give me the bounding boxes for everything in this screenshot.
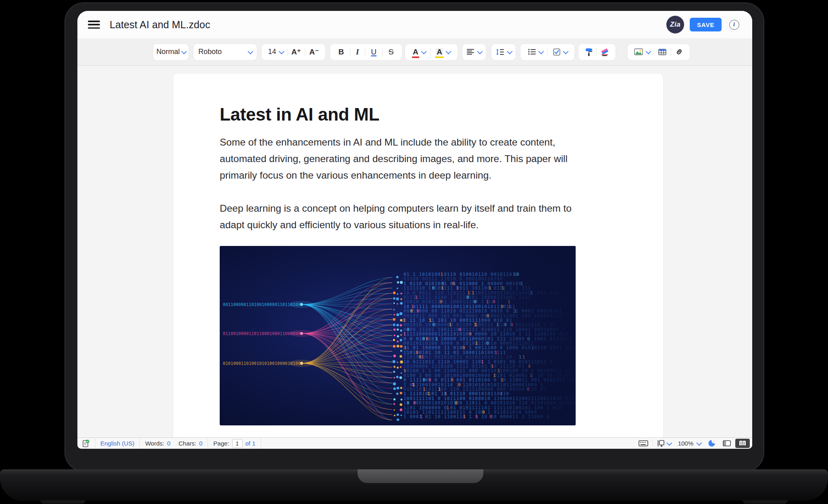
page-number-input[interactable] (232, 439, 243, 448)
insert-table-button[interactable] (656, 44, 669, 60)
font-family-value: Roboto (198, 48, 222, 56)
svg-text:0: 0 (433, 322, 435, 327)
checklist-button[interactable] (551, 44, 570, 60)
fit-page-dropdown[interactable] (654, 438, 674, 449)
bullet-list-icon (528, 49, 536, 55)
font-size-dropdown[interactable]: 14 (266, 44, 285, 60)
svg-text:0: 0 (439, 299, 442, 304)
spellcheck-toggle[interactable] (77, 438, 95, 449)
line-spacing-icon (496, 49, 504, 55)
zoom-control[interactable]: 100% (674, 438, 704, 449)
painter-group (578, 44, 616, 60)
bold-button[interactable]: B (336, 44, 346, 60)
svg-text:0: 0 (429, 377, 431, 382)
document-paragraph[interactable]: Deep learning is a concept on helping co… (220, 200, 607, 233)
keyboard-shortcuts-button[interactable] (635, 438, 652, 449)
svg-text:1: 1 (441, 285, 443, 290)
line-spacing-dropdown[interactable] (491, 44, 516, 60)
svg-text:0: 0 (419, 354, 421, 359)
night-mode-icon (708, 439, 716, 447)
font-color-button[interactable]: A (410, 44, 428, 60)
italic-button[interactable]: I (354, 44, 361, 60)
paragraph-style-dropdown[interactable]: Normal (153, 44, 189, 60)
svg-text:0: 0 (413, 400, 416, 405)
highlight-color-button[interactable]: A (433, 44, 452, 60)
svg-text:0: 0 (462, 345, 465, 350)
document-image-neural-network[interactable]: 0011000001101001000001101101000011001000… (220, 246, 576, 425)
save-button[interactable]: SAVE (690, 18, 722, 31)
chevron-down-icon (421, 48, 426, 54)
document-heading[interactable]: Latest in AI and ML (220, 104, 623, 125)
document-title[interactable]: Latest AI and ML.zdoc (110, 19, 210, 31)
hamburger-menu-icon[interactable] (88, 21, 100, 29)
eraser-icon (600, 48, 609, 56)
reader-view-icon (739, 440, 747, 446)
format-painter-icon (585, 48, 592, 56)
chevron-down-icon (279, 48, 284, 54)
svg-text:1: 1 (423, 387, 425, 392)
align-dropdown[interactable] (462, 44, 486, 60)
document-paragraph[interactable]: Some of the enhancements in AI and ML in… (220, 134, 607, 183)
night-mode-toggle[interactable] (704, 438, 719, 449)
editor-canvas: Latest in AI and ML Some of the enhancem… (77, 66, 752, 437)
svg-text:1: 1 (404, 368, 406, 373)
laptop-foot (743, 500, 788, 504)
chars-value: 0 (199, 440, 202, 447)
words-label: Words: (145, 440, 164, 447)
svg-text:0: 0 (451, 377, 454, 382)
header-actions: Zia SAVE i (666, 16, 741, 33)
svg-text:0: 0 (455, 400, 457, 405)
svg-text:0: 0 (467, 295, 469, 300)
app-header: Latest AI and ML.zdoc Zia SAVE i (77, 11, 752, 38)
underline-button[interactable]: U (368, 44, 379, 60)
laptop-lid-notch (358, 469, 483, 483)
insert-image-button[interactable] (632, 44, 652, 60)
align-left-icon (467, 49, 474, 55)
chevron-down-icon (477, 48, 483, 54)
format-painter-button[interactable] (583, 44, 595, 60)
language-value: English (US) (100, 440, 134, 447)
increase-font-size-button[interactable]: A⁺ (289, 44, 304, 60)
bullet-list-button[interactable] (526, 44, 545, 60)
strikethrough-button[interactable]: S (386, 44, 396, 60)
list-group (520, 44, 574, 60)
chevron-down-icon (248, 48, 253, 54)
language-selector[interactable]: English (US) (95, 438, 140, 449)
color-group: A A (405, 44, 458, 60)
insert-link-icon (675, 48, 683, 56)
highlight-color-icon: A (436, 48, 443, 56)
reader-view-toggle[interactable] (735, 439, 750, 448)
layout-panel-icon (723, 440, 731, 446)
document-page[interactable]: Latest in AI and ML Some of the enhancem… (173, 74, 663, 437)
svg-text:0: 0 (458, 327, 461, 332)
insert-link-button[interactable] (673, 44, 686, 60)
svg-text:1: 1 (403, 318, 405, 323)
paragraph-style-value: Normal (156, 48, 180, 56)
svg-text:0: 0 (416, 350, 418, 355)
layout-panel-toggle[interactable] (719, 438, 734, 449)
zia-avatar[interactable]: Zia (666, 16, 684, 33)
info-button[interactable]: i (727, 18, 741, 31)
font-family-dropdown[interactable]: Roboto (193, 44, 257, 60)
spellcheck-icon (83, 439, 89, 447)
svg-text:1: 1 (421, 354, 424, 359)
svg-text:001100000110100100000110110100: 0011000001101001000001101101000 (223, 302, 303, 306)
svg-text:0: 0 (426, 336, 428, 341)
fit-page-icon (657, 440, 664, 447)
insert-image-icon (634, 48, 643, 55)
svg-text:0: 0 (441, 281, 444, 286)
svg-text:1: 1 (435, 336, 438, 341)
zoom-value: 100% (678, 440, 693, 447)
chars-label: Chars: (179, 440, 196, 447)
word-char-count[interactable]: Words: 0 Chars: 0 (140, 438, 208, 449)
chevron-down-icon (645, 48, 651, 54)
svg-text:0: 0 (469, 331, 471, 336)
svg-text:1: 1 (438, 387, 441, 392)
formatting-toolbar: Normal Roboto 14 A⁺ A⁻ B (77, 38, 752, 66)
decrease-font-size-button[interactable]: A⁻ (307, 44, 321, 60)
font-color-icon: A (413, 48, 418, 56)
svg-text:1: 1 (441, 272, 443, 277)
svg-text:0: 0 (458, 382, 461, 387)
clear-format-button[interactable] (598, 44, 612, 60)
chevron-down-icon (538, 48, 544, 54)
